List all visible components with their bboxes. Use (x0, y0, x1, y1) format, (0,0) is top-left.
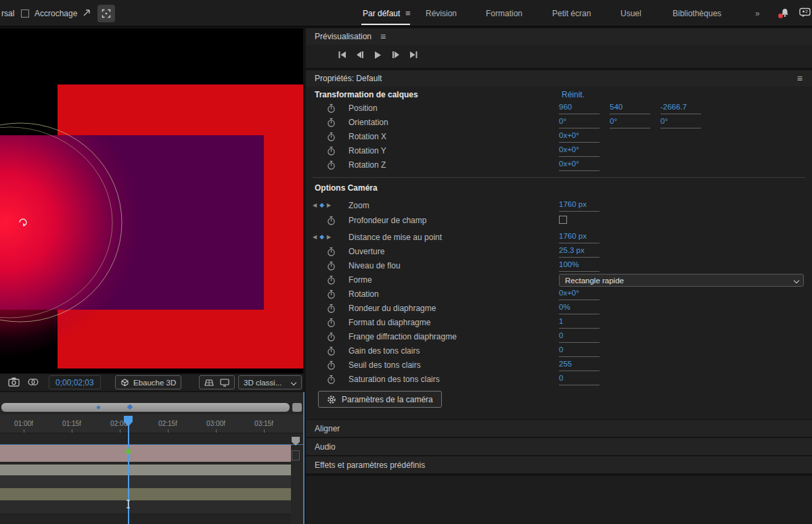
stopwatch-icon[interactable] (327, 118, 336, 128)
play-button[interactable] (369, 47, 386, 62)
stopwatch-icon[interactable] (327, 132, 336, 142)
stopwatch-icon[interactable] (327, 304, 336, 314)
workspace-tab-bibliotheques[interactable]: Bibliothèques (673, 9, 721, 18)
stopwatch-icon[interactable] (327, 247, 336, 257)
region-of-interest-button[interactable] (97, 5, 115, 22)
iris-diffraction-value[interactable]: 0 (559, 331, 600, 343)
shape-dropdown[interactable]: Rectangle rapide (559, 274, 804, 287)
highlight-threshold-value[interactable]: 255 (559, 360, 600, 371)
go-to-start-button[interactable] (334, 47, 351, 62)
track-row[interactable] (0, 500, 291, 513)
draft-3d-button[interactable]: Ebauche 3D (115, 375, 181, 389)
layer-bar-olive[interactable] (0, 488, 291, 500)
preview-panel-header[interactable]: Prévisualisation ≡ (306, 28, 812, 45)
active-tab-underline (361, 24, 410, 25)
blur-level-value[interactable]: 100% (559, 260, 600, 272)
track-row[interactable] (0, 475, 291, 488)
stopwatch-icon[interactable] (327, 160, 336, 170)
focus-distance-value[interactable]: 1760 px (559, 232, 600, 243)
preview-panel: Prévisualisation ≡ (306, 28, 812, 68)
panel-menu-icon[interactable]: ≡ (797, 73, 803, 84)
track-row[interactable] (0, 434, 291, 445)
highlight-saturation-value[interactable]: 0 (559, 374, 600, 385)
workspace-tab-usuel[interactable]: Usuel (621, 9, 641, 18)
stopwatch-icon[interactable] (327, 332, 336, 342)
stopwatch-icon[interactable] (327, 289, 336, 300)
preview-panel-title: Prévisualisation (315, 32, 371, 41)
workspace-tab-revision[interactable]: Révision (426, 9, 457, 18)
orientation-z-value[interactable]: 0° (660, 117, 701, 128)
rotation-y-value[interactable]: 0x+0° (559, 145, 600, 157)
view-mode-dropdown[interactable]: 3D classi... (238, 375, 302, 389)
timeline-navigator-bar[interactable] (1, 403, 290, 412)
highlight-gain-value[interactable]: 0 (559, 346, 600, 357)
layer-bar-gray[interactable] (0, 465, 291, 475)
stopwatch-icon[interactable] (327, 146, 336, 156)
notifications-bell-icon[interactable] (780, 7, 790, 19)
snapping-checkbox[interactable] (21, 9, 29, 18)
camera-rotation-value[interactable]: 0x+0° (559, 289, 600, 300)
stopwatch-icon[interactable] (327, 360, 336, 371)
keyframe-navigator[interactable]: ◀ ◆ ▶ (313, 201, 331, 208)
align-panel-header[interactable]: Aligner (306, 420, 812, 437)
prev-keyframe-icon[interactable]: ◀ (313, 202, 317, 208)
property-row-zoom: ◀ ◆ ▶ Zoom 1760 px (306, 199, 812, 213)
track-row[interactable] (0, 513, 291, 524)
property-row-iris-aspect: Format du diaphragme 1 (306, 316, 812, 330)
panel-menu-icon[interactable]: ≡ (380, 31, 386, 42)
timeline-ruler[interactable]: 01:00f 01:15f 02:00f 02:15f 03:00f 03:15… (0, 414, 303, 433)
iris-roundness-value[interactable]: 0% (559, 303, 600, 314)
timeline-panel[interactable]: 01:00f 01:15f 02:00f 02:15f 03:00f 03:15… (0, 392, 304, 524)
previous-frame-button[interactable] (352, 47, 368, 62)
reset-link[interactable]: Réinit. (562, 90, 585, 99)
orientation-x-value[interactable]: 0° (559, 117, 600, 128)
chat-people-icon[interactable] (799, 7, 811, 18)
timecode-field[interactable]: 0;00;02;03 (49, 375, 101, 389)
stopwatch-icon[interactable] (327, 318, 336, 328)
workspace-menu-icon[interactable]: ≡ (405, 8, 411, 18)
timeline-scrollbar[interactable] (292, 450, 300, 460)
stopwatch-icon[interactable] (327, 261, 336, 271)
position-z-value[interactable]: -2666.7 (660, 103, 701, 114)
composition-viewer[interactable]: 0;00;02;03 Ebauche 3D 3D classi... (0, 28, 303, 391)
audio-panel-header[interactable]: Audio (306, 438, 812, 456)
keyframe-navigator[interactable]: ◀ ◆ ▶ (313, 233, 331, 240)
keyframe-diamond-icon[interactable]: ◆ (319, 201, 324, 208)
rotation-x-value[interactable]: 0x+0° (559, 131, 600, 143)
depth-of-field-checkbox[interactable] (559, 216, 567, 224)
property-row-orientation: Orientation 0° 0° 0° (306, 116, 812, 130)
keyframe-diamond-icon[interactable]: ◆ (319, 233, 324, 240)
stopwatch-icon[interactable] (327, 346, 336, 356)
prev-keyframe-icon[interactable]: ◀ (313, 234, 317, 240)
stopwatch-icon[interactable] (327, 103, 336, 114)
rotation-z-value[interactable]: 0x+0° (559, 160, 600, 171)
stopwatch-icon[interactable] (327, 375, 336, 385)
position-x-value[interactable]: 960 (559, 103, 600, 114)
aperture-value[interactable]: 25.3 px (559, 246, 600, 258)
workspace-tab-formation[interactable]: Formation (486, 9, 522, 18)
position-y-value[interactable]: 540 (610, 103, 650, 114)
zoom-value[interactable]: 1760 px (559, 200, 600, 212)
stopwatch-icon[interactable] (327, 216, 336, 226)
effects-presets-panel-header[interactable]: Effets et paramètres prédéfinis (306, 456, 812, 474)
workspace-tab-par-defaut[interactable]: Par défaut (363, 9, 400, 18)
properties-panel-header[interactable]: Propriétés: Default ≡ (306, 70, 812, 87)
next-keyframe-icon[interactable]: ▶ (327, 234, 331, 240)
next-keyframe-icon[interactable]: ▶ (327, 202, 331, 208)
workspace-tab-petit-ecran[interactable]: Petit écran (552, 9, 591, 18)
property-row-highlight-threshold: Seuil des tons clairs 255 (306, 358, 812, 373)
arrow-ne-icon[interactable] (82, 8, 91, 18)
cube-3d-icon (120, 378, 129, 387)
stopwatch-icon[interactable] (327, 275, 336, 285)
show-snapshot-icon[interactable] (27, 377, 39, 387)
iris-aspect-value[interactable]: 1 (559, 317, 600, 329)
workspace-overflow-icon[interactable]: » (755, 9, 760, 18)
camera-settings-button[interactable]: Paramètres de la caméra (318, 391, 442, 408)
view-options-group[interactable] (199, 375, 235, 389)
snapshot-camera-icon[interactable] (8, 377, 20, 387)
timeline-navigator-end[interactable] (292, 403, 302, 412)
layer-bar-pink[interactable] (0, 445, 291, 462)
orientation-y-value[interactable]: 0° (610, 117, 650, 128)
next-frame-button[interactable] (387, 47, 403, 62)
go-to-end-button[interactable] (405, 47, 421, 62)
